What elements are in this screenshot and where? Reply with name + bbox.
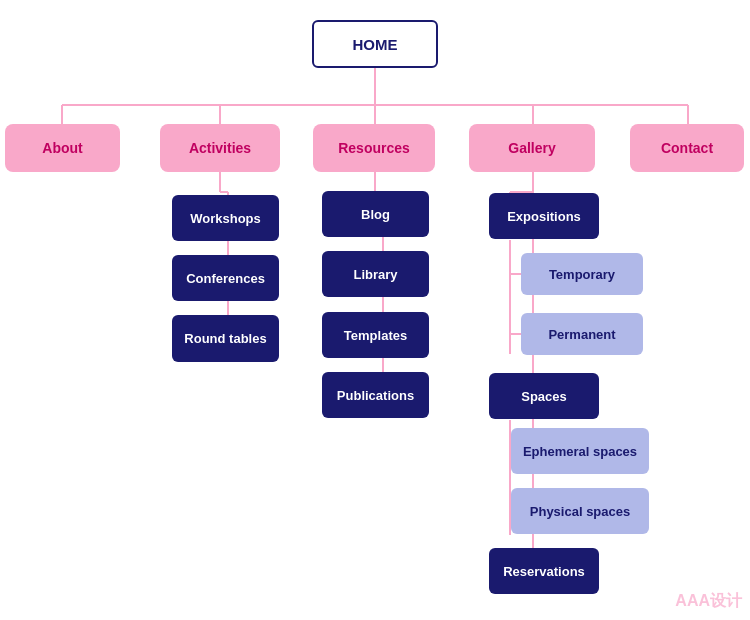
- gallery-node[interactable]: Gallery: [469, 124, 595, 172]
- activities-node[interactable]: Activities: [160, 124, 280, 172]
- conferences-node[interactable]: Conferences: [172, 255, 279, 301]
- temporary-node[interactable]: Temporary: [521, 253, 643, 295]
- diagram: HOME About Activities Resources Gallery …: [0, 0, 750, 620]
- blog-node[interactable]: Blog: [322, 191, 429, 237]
- watermark: AAA设计: [675, 591, 742, 612]
- workshops-node[interactable]: Workshops: [172, 195, 279, 241]
- home-node[interactable]: HOME: [312, 20, 438, 68]
- spaces-node[interactable]: Spaces: [489, 373, 599, 419]
- physical-spaces-node[interactable]: Physical spaces: [511, 488, 649, 534]
- round-tables-node[interactable]: Round tables: [172, 315, 279, 362]
- templates-node[interactable]: Templates: [322, 312, 429, 358]
- permanent-node[interactable]: Permanent: [521, 313, 643, 355]
- expositions-node[interactable]: Expositions: [489, 193, 599, 239]
- about-node[interactable]: About: [5, 124, 120, 172]
- contact-node[interactable]: Contact: [630, 124, 744, 172]
- library-node[interactable]: Library: [322, 251, 429, 297]
- reservations-node[interactable]: Reservations: [489, 548, 599, 594]
- resources-node[interactable]: Resources: [313, 124, 435, 172]
- ephemeral-spaces-node[interactable]: Ephemeral spaces: [511, 428, 649, 474]
- publications-node[interactable]: Publications: [322, 372, 429, 418]
